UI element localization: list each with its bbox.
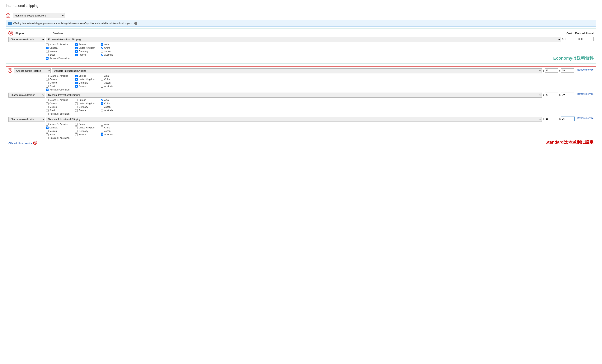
section2-label: ② <box>9 31 13 35</box>
economy-check-china[interactable]: China <box>101 47 113 49</box>
standard-row2-cost-cell: $ <box>543 93 558 97</box>
standard-row3-additional-input[interactable] <box>561 117 574 121</box>
economy-cb-canada[interactable] <box>46 47 49 49</box>
standard-row1-col3: Asia China Japan Australia <box>101 74 113 91</box>
economy-service-select[interactable]: Economy International Shipping Standard … <box>46 37 561 42</box>
standard-row1-cost-cell: $ <box>543 68 558 73</box>
page-title: International shipping <box>6 4 596 8</box>
standard-row2: Choose custom location Worldwide Standar… <box>9 93 593 98</box>
standard-row1-service[interactable]: Standard International Shipping Economy … <box>52 68 542 73</box>
economy-cb-france[interactable] <box>75 54 78 56</box>
section3-label: ③ <box>8 68 12 73</box>
economy-check-asia[interactable]: Asia <box>101 43 113 46</box>
standard-row3-col1: N. and S. America Canada Mexico Brazil R… <box>46 123 69 139</box>
standard-row3-cost-cell: $ <box>543 117 558 121</box>
standard-row3-service[interactable]: Standard International Shipping Economy … <box>46 117 542 122</box>
economy-check-germany[interactable]: Germany <box>75 50 95 53</box>
offer-additional-link[interactable]: Offer additional service <box>9 142 32 145</box>
economy-check-brazil[interactable]: Brazil <box>46 53 69 56</box>
section2-headers: ② Ship to Services Cost Each additional <box>9 31 593 35</box>
standard-row3-checkboxes: N. and S. America Canada Mexico Brazil R… <box>46 123 593 139</box>
standard-row2-col3: Asia China Japan Australia <box>101 99 113 115</box>
economy-cb-asia[interactable] <box>101 43 103 46</box>
economy-cb-germany[interactable] <box>75 50 78 53</box>
each-additional-header: Each additional <box>574 32 593 35</box>
section1-label: ① <box>6 13 10 18</box>
standard-row1-cost-input[interactable] <box>545 68 558 73</box>
standard-row1-col1: N. and S. America Canada Mexico Brazil R… <box>46 74 69 91</box>
shipping-type-select[interactable]: Flat: same cost to all buyers Calculated… <box>13 13 64 18</box>
economy-cb-uk[interactable] <box>75 47 78 49</box>
economy-checkboxes: N. and S. America Canada Mexico Brazil R… <box>46 43 593 60</box>
cost-header: Cost <box>558 32 573 35</box>
standard-row1-checkboxes: N. and S. America Canada Mexico Brazil R… <box>46 74 593 91</box>
standard-row1-col2: Europe United Kingdom Germany France <box>75 74 95 91</box>
services-header: Services <box>53 32 557 35</box>
economy-col1: N. and S. America Canada Mexico Brazil R… <box>46 43 69 60</box>
help-icon[interactable]: ? <box>134 22 137 25</box>
economy-check-australia[interactable]: Australia <box>101 53 113 56</box>
standard-row2-checkboxes: N. and S. America Canada Mexico Brazil R… <box>46 99 593 115</box>
standard-row2-additional-cell: $ <box>559 93 574 97</box>
economy-cb-russia[interactable] <box>46 57 49 60</box>
economy-col3: Asia China Japan Australia <box>101 43 113 60</box>
info-banner: i Offering international shipping may ma… <box>6 20 596 27</box>
economy-cb-australia[interactable] <box>101 54 103 56</box>
economy-additional-input[interactable] <box>580 37 593 41</box>
economy-check-japan[interactable]: Japan <box>101 50 113 53</box>
standard-row3-additional-cell: $ <box>559 117 574 121</box>
standard-row1-remove[interactable]: Remove service <box>577 68 593 71</box>
standard-row2-remove[interactable]: Remove service <box>577 93 593 95</box>
economy-cb-brazil[interactable] <box>46 54 49 56</box>
economy-cost-dollar: $ <box>562 38 563 41</box>
economy-cb-mexico[interactable] <box>46 50 49 53</box>
economy-cb-china[interactable] <box>101 47 103 49</box>
economy-cb-europe[interactable] <box>75 43 78 46</box>
standard-row3: Choose custom location Worldwide Standar… <box>9 117 593 122</box>
standard-row3-remove[interactable]: Remove service <box>577 117 593 119</box>
economy-check-france[interactable]: France <box>75 53 95 56</box>
standard-row1: Choose custom location Worldwide Standar… <box>9 68 593 73</box>
section3-standard: ③ Choose custom location Worldwide Stand… <box>6 66 596 147</box>
section2-economy: ② Ship to Services Cost Each additional … <box>6 29 596 63</box>
standard-row2-cost-input[interactable] <box>545 93 558 97</box>
standard-row1-additional-cell: $ <box>559 68 574 73</box>
standard-row3-location[interactable]: Choose custom location Worldwide <box>9 117 45 122</box>
economy-col2: Europe United Kingdom Germany France <box>75 43 95 60</box>
economy-location-select[interactable]: Choose custom location Worldwide <box>9 37 45 42</box>
economy-cb-japan[interactable] <box>101 50 103 53</box>
standard-row2-col2: Europe United Kingdom Germany France <box>75 99 95 115</box>
standard-row2-container: Choose custom location Worldwide Standar… <box>9 93 593 115</box>
economy-check-mexico[interactable]: Mexico <box>46 50 69 53</box>
standard-row3-col2: Europe United Kingdom Germany France <box>75 123 95 139</box>
economy-check-europe[interactable]: Europe <box>75 43 95 46</box>
standard-row3-col3: Asia China Japan Australia <box>101 123 113 139</box>
section1-row: ① Flat: same cost to all buyers Calculat… <box>6 13 596 18</box>
standard-annotation: Standardは地域別に設定 <box>545 139 593 145</box>
economy-annotation: Economyは送料無料 <box>553 55 593 61</box>
standard-row1-container: Choose custom location Worldwide Standar… <box>9 68 593 91</box>
info-icon: i <box>8 22 12 25</box>
standard-row2-service[interactable]: Standard International Shipping Economy … <box>46 93 542 98</box>
standard-row1-additional-input[interactable] <box>561 68 574 73</box>
standard-row2-location[interactable]: Choose custom location Worldwide <box>9 93 45 98</box>
economy-check-ns-america[interactable]: N. and S. America <box>46 43 69 46</box>
standard-row2-col1: N. and S. America Canada Mexico Brazil R… <box>46 99 69 115</box>
standard-row1-location[interactable]: Choose custom location Worldwide <box>14 68 51 73</box>
economy-shipping-row: Choose custom location Worldwide Economy… <box>9 37 593 42</box>
section4-label: ④ <box>33 141 37 145</box>
standard-row3-container: Choose custom location Worldwide Standar… <box>9 117 593 139</box>
economy-cost-input[interactable] <box>564 37 577 41</box>
economy-check-russia[interactable]: Russian Federation <box>46 57 69 60</box>
ship-to-header: Ship to <box>15 32 52 35</box>
offer-additional-row: Offer additional service ④ <box>9 141 593 145</box>
standard-row3-cost-input[interactable] <box>545 117 558 121</box>
economy-cost-cell: $ <box>562 37 577 41</box>
standard-row2-additional-input[interactable] <box>561 93 574 97</box>
economy-additional-dollar: $ <box>578 38 580 41</box>
economy-additional-cell: $ <box>578 37 593 41</box>
economy-check-uk[interactable]: United Kingdom <box>75 47 95 49</box>
economy-cb-ns-america[interactable] <box>46 43 49 46</box>
info-text: Offering international shipping may make… <box>13 22 132 25</box>
economy-check-canada[interactable]: Canada <box>46 47 69 49</box>
